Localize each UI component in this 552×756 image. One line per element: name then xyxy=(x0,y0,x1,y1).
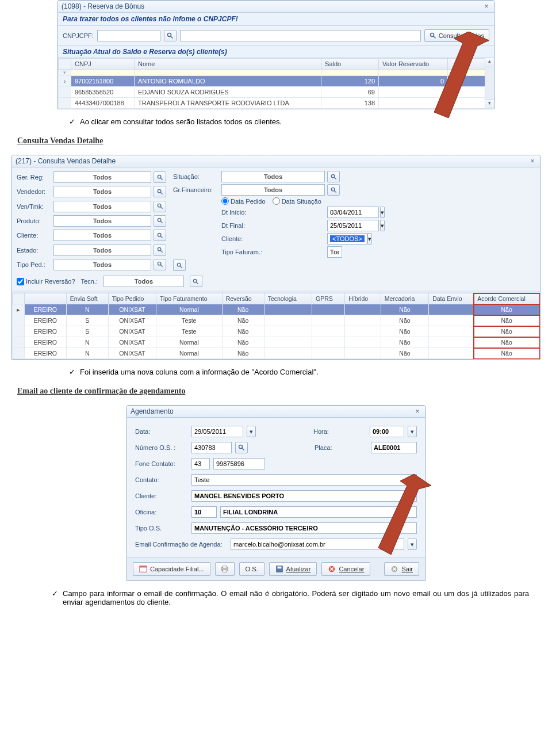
col-tipopedido[interactable]: Tipo Pedido xyxy=(108,293,156,304)
vertical-scrollbar[interactable]: ▴ ▾ xyxy=(485,58,494,109)
scroll-up-icon[interactable]: ▴ xyxy=(485,58,494,67)
close-icon[interactable]: × xyxy=(413,407,421,415)
cnpj-name-display xyxy=(180,30,421,41)
info-banner: Para trazer todos os clientes não infome… xyxy=(58,13,494,26)
col-tecnologia[interactable]: Tecnologia xyxy=(264,293,312,304)
btn-cancelar[interactable]: Cancelar xyxy=(321,562,370,576)
col-hibrido[interactable]: Híbrido xyxy=(345,293,381,304)
search-button[interactable] xyxy=(154,215,166,227)
col-reversao[interactable]: Reversão xyxy=(222,293,264,304)
in-tipofat[interactable] xyxy=(327,246,342,258)
svg-point-11 xyxy=(158,219,161,222)
in-cliente-dropdown[interactable]: <TODOS> xyxy=(327,233,367,245)
in-placa[interactable] xyxy=(371,442,417,453)
lbl-cliente2: Cliente: xyxy=(221,235,325,242)
in-email-confirmacao[interactable] xyxy=(231,539,404,550)
in-oficina-nome[interactable] xyxy=(220,506,417,518)
cnpj-search-button[interactable] xyxy=(164,30,177,41)
search-button[interactable] xyxy=(154,259,166,270)
filter-panel: Ger. Reg: Vendedor: Ven/Tmk: Produto: Cl… xyxy=(12,167,540,274)
in-dtfinal[interactable] xyxy=(327,220,379,231)
filter-row[interactable]: ▾ xyxy=(59,70,494,76)
dropdown-icon[interactable]: ▾ xyxy=(380,207,385,218)
scroll-down-icon[interactable]: ▾ xyxy=(485,100,494,109)
form-body: Data: ▾ Hora: ▾ Número O.S. : Placa: Fon… xyxy=(127,418,425,557)
in-hora[interactable] xyxy=(370,426,404,437)
in-oficina-cod[interactable] xyxy=(191,506,217,518)
col-saldo[interactable]: Saldo xyxy=(321,59,379,70)
checkbox-incluir-reversao[interactable]: Incluir Reversão? xyxy=(17,278,75,285)
btn-os[interactable]: O.S. xyxy=(239,562,264,576)
in-ddd[interactable] xyxy=(191,458,210,469)
table-row[interactable]: EREIROSONIXSATTesteNãoNãoNão xyxy=(13,326,540,337)
col-valor-reservado[interactable]: Valor Reservado xyxy=(379,59,448,70)
in-numos[interactable] xyxy=(191,442,232,453)
in-cliente[interactable] xyxy=(191,490,417,502)
search-button[interactable] xyxy=(173,259,186,271)
table-row[interactable]: ▸EREIRONONIXSATNormalNãoNãoNão xyxy=(13,304,540,315)
table-row[interactable]: 44433407000188 TRANSPEROLA TRANSPORTE RO… xyxy=(59,98,494,109)
btn-capacidade-filial[interactable]: Capacidade Filial... xyxy=(133,562,210,576)
in-tipoos[interactable] xyxy=(191,522,417,534)
lbl-placa: Placa: xyxy=(315,444,367,451)
table-row[interactable]: EREIRONONIXSATNormalNãoNãoNão xyxy=(13,337,540,348)
table-row[interactable]: 96585358520 EDJANIO SOUZA RODRIGUES 69 0 xyxy=(59,87,494,98)
consultar-todos-button[interactable]: Consultar Todos xyxy=(424,29,489,42)
vendas-detalhe-grid[interactable]: Envia Soft Tipo Pedido Tipo Faturamento … xyxy=(12,293,540,359)
radio-datapedido[interactable]: Data Pedido xyxy=(221,197,266,205)
search-button[interactable] xyxy=(154,186,166,197)
dropdown-icon[interactable]: ▾ xyxy=(367,233,372,245)
close-icon[interactable]: × xyxy=(528,157,536,165)
search-button[interactable] xyxy=(154,245,166,256)
lbl-situacao: Situação: xyxy=(173,173,219,180)
in-tipoped[interactable] xyxy=(53,259,151,270)
in-contato[interactable] xyxy=(191,474,417,486)
col-mercadoria[interactable]: Mercadoria xyxy=(381,293,428,304)
search-button[interactable] xyxy=(190,276,202,287)
in-situacao[interactable] xyxy=(221,171,325,182)
in-estado[interactable] xyxy=(53,245,151,256)
lbl-estado: Estado: xyxy=(17,247,51,254)
dropdown-icon[interactable]: ▾ xyxy=(247,426,256,437)
search-button[interactable] xyxy=(327,184,340,196)
dropdown-icon[interactable]: ▾ xyxy=(408,426,417,437)
clientes-grid[interactable]: CNPJ Nome Saldo Valor Reservado ▾ › 9700… xyxy=(58,58,494,109)
col-tipofaturamento[interactable]: Tipo Faturamento xyxy=(156,293,223,304)
in-grfin[interactable] xyxy=(221,184,325,196)
in-ventmk[interactable] xyxy=(53,201,151,212)
cnpj-input[interactable] xyxy=(97,30,160,41)
in-gerreg[interactable] xyxy=(53,171,151,183)
in-fone[interactable] xyxy=(213,458,265,469)
search-button[interactable] xyxy=(154,230,166,241)
in-vendedor[interactable] xyxy=(53,186,151,197)
col-acordo-comercial[interactable]: Acordo Comercial xyxy=(474,293,540,304)
in-dtinicio[interactable] xyxy=(327,207,379,218)
in-tecn[interactable] xyxy=(103,276,184,287)
btn-sair[interactable]: Sair xyxy=(384,562,419,576)
col-nome[interactable]: Nome xyxy=(135,59,321,70)
search-button[interactable] xyxy=(327,171,340,182)
consultar-todos-label: Consultar Todos xyxy=(439,32,484,39)
table-row[interactable]: EREIRONONIXSATNormalNãoNãoNão xyxy=(13,348,540,359)
in-produto[interactable] xyxy=(53,215,151,227)
table-row[interactable]: EREIROSONIXSATTesteNãoNãoNão xyxy=(13,315,540,326)
svg-point-15 xyxy=(158,247,161,251)
table-row[interactable]: › 97002151800 ANTONIO ROMUALDO 120 0 0 xyxy=(59,76,494,87)
close-icon[interactable]: × xyxy=(482,2,490,10)
in-cliente[interactable] xyxy=(53,230,151,241)
dropdown-icon[interactable]: ▾ xyxy=(408,539,417,550)
col-cnpj[interactable]: CNPJ xyxy=(71,59,135,70)
search-button[interactable] xyxy=(154,201,166,212)
search-button[interactable] xyxy=(154,171,166,183)
btn-print[interactable] xyxy=(215,562,235,576)
btn-atualizar[interactable]: Atualizar xyxy=(269,562,317,576)
col-dataenvio[interactable]: Data Envio xyxy=(429,293,474,304)
radio-datasituacao[interactable]: Data Situação xyxy=(273,197,321,205)
search-button[interactable] xyxy=(235,442,248,453)
col-gprs[interactable]: GPRS xyxy=(312,293,344,304)
svg-rect-35 xyxy=(277,567,281,569)
in-data[interactable] xyxy=(191,426,243,437)
col-blank[interactable] xyxy=(24,293,66,304)
dropdown-icon[interactable]: ▾ xyxy=(380,220,385,231)
col-enviasoft[interactable]: Envia Soft xyxy=(66,293,108,304)
